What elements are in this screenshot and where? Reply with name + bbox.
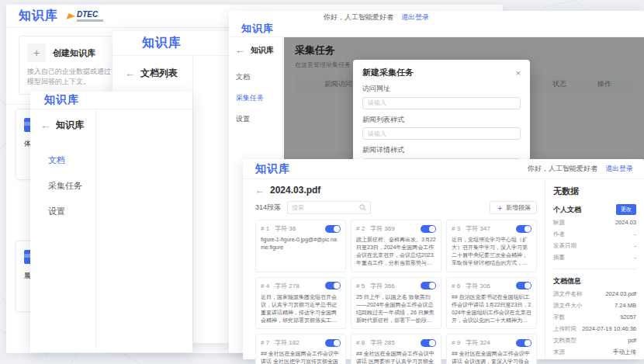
app-logo: 知识库: [19, 8, 58, 24]
info-key: 源文件大小: [553, 302, 583, 310]
info-value: 7.24 MB: [615, 302, 636, 310]
info-value: 92057: [620, 314, 636, 321]
info-key: 上传时间: [553, 325, 576, 333]
paragraph-card[interactable]: # 3字符 347近日，党组理论学习中心组（扩大）召开集中学习，深入学习第二十届…: [446, 220, 537, 272]
logout-link[interactable]: 退出登录: [401, 12, 429, 23]
nav-settings[interactable]: 设置: [30, 199, 192, 224]
paragraph-card[interactable]: # 8字符 285## 全社区在全国两会工作会议中讲话 区两委班子认真学习贯彻全…: [351, 334, 441, 364]
back-icon[interactable]: ←: [235, 44, 245, 56]
nav-settings[interactable]: 设置: [229, 109, 282, 130]
doc-type-label: 个人文档: [553, 205, 581, 215]
paragraph-index: # 8: [356, 339, 365, 346]
dtec-brand-logo: DTEC: [68, 11, 103, 22]
back-icon[interactable]: ←: [125, 68, 135, 79]
paragraph-card[interactable]: # 9字符 324## 全社区在全国两会工作会议中讲话 会议强调，要深入学习领会…: [446, 334, 537, 364]
paragraph-text: ## 全社区在全国两会工作会议中讲话 全社区把学习宣传贯彻全国两会精神作为当前和…: [261, 350, 341, 364]
app-logo: 知识库: [229, 22, 274, 36]
char-count: 字符 324: [466, 338, 490, 347]
paragraph-text: figure-1-figure-0.jpg@#@pic name:figure: [261, 236, 341, 251]
meta-value: 2024.03: [615, 219, 636, 227]
field-label-url: 访问网址: [362, 84, 521, 94]
info-value: 2024.03.pdf: [605, 290, 636, 298]
search-icon: [359, 204, 366, 211]
paragraph-index: # 1: [261, 225, 269, 232]
paragraph-text: ## 全社区在全国两会工作会议中讲话 区两委班子认真学习贯彻全国两会精神，结合实…: [356, 350, 436, 364]
meta-key: 摘要: [553, 254, 565, 262]
list-style-input[interactable]: [362, 127, 521, 140]
back-icon[interactable]: ←: [255, 185, 265, 196]
char-count: 字符 285: [370, 338, 395, 347]
nav-documents[interactable]: 文档: [229, 67, 282, 88]
meta-value: -: [635, 231, 637, 238]
doc-list-title: 文档列表: [140, 67, 178, 80]
sidebar-divider: [192, 56, 193, 343]
paragraph-index: # 3: [452, 225, 460, 232]
kb-back-title: 知识库: [56, 119, 84, 132]
paragraph-card[interactable]: # 4字符 278近日，国家能源集团党组召开会议，认真学习贯彻习近平总书记重要讲…: [255, 277, 346, 330]
app-logo: 知识库: [30, 93, 79, 107]
create-kb-title: 创建知识库: [53, 47, 95, 59]
nodata-label: 无数据: [553, 185, 636, 197]
logout-link[interactable]: 退出登录: [605, 164, 633, 174]
search-box[interactable]: [287, 201, 371, 214]
document-title: 2024.03.pdf: [270, 185, 320, 196]
info-value: 手动上传: [613, 348, 636, 356]
nav-collect-tasks[interactable]: 采集任务: [30, 173, 192, 199]
plus-icon: +: [27, 43, 46, 62]
add-paragraph-button[interactable]: ＋ 新增段落: [490, 201, 537, 214]
user-greeting: 你好，人工智能爱好者: [324, 12, 393, 23]
enable-toggle[interactable]: [421, 225, 436, 233]
char-count: 字符 306: [466, 282, 490, 290]
brand-subtext: [77, 19, 103, 22]
enable-toggle[interactable]: [516, 339, 531, 347]
char-count: 字符 278: [275, 282, 299, 290]
paragraph-card[interactable]: # 2字符 369踏上新征程、奋楫再出发。3月22日至23日，2024年全国两会…: [351, 220, 441, 272]
char-count: 字符 366: [370, 282, 395, 290]
enable-toggle[interactable]: [421, 282, 436, 289]
enable-toggle[interactable]: [325, 282, 341, 289]
info-value: pdf: [628, 337, 636, 345]
paragraph-card[interactable]: # 7字符 182## 全社区在全国两会工作会议中讲话 全社区把学习宣传贯彻全国…: [255, 334, 346, 364]
kb-back-title: 知识库: [251, 45, 274, 56]
paragraph-index: # 2: [356, 225, 365, 232]
enable-toggle[interactable]: [516, 225, 531, 233]
close-icon[interactable]: ×: [516, 68, 521, 78]
paragraph-text: 踏上新征程、奋楫再出发。3月22日至23日，2024年全国两会工作会议在北京召开…: [356, 236, 436, 268]
paragraph-index: # 6: [452, 283, 460, 289]
meta-value: -: [635, 254, 637, 262]
edit-metadata-button[interactable]: 更改: [616, 204, 636, 215]
paragraph-card[interactable]: # 1字符 38figure-1-figure-0.jpg@#@pic name…: [255, 220, 346, 272]
info-value: 2024-07-19 10:46:36: [582, 325, 636, 333]
nav-documents[interactable]: 文档: [30, 147, 192, 173]
paragraph-index: # 9: [452, 339, 460, 346]
info-key: 源文件名称: [553, 290, 583, 298]
url-input[interactable]: [362, 97, 521, 109]
paragraph-text: 近日，国家能源集团党组召开会议，认真学习贯彻习近平总书记重要讲话精神，传达学习全…: [261, 293, 341, 325]
paragraph-grid: # 1字符 38figure-1-figure-0.jpg@#@pic name…: [255, 220, 537, 364]
enable-toggle[interactable]: [421, 339, 436, 347]
enable-toggle[interactable]: [325, 339, 341, 347]
enable-toggle[interactable]: [325, 225, 341, 233]
meta-key: 发表日期: [553, 242, 576, 250]
meta-key: 标题: [553, 219, 565, 227]
plus-icon: ＋: [496, 203, 504, 213]
sidebar-divider: [95, 109, 96, 352]
nav-collect-tasks[interactable]: 采集任务: [229, 88, 282, 109]
char-count: 字符 182: [275, 338, 299, 347]
back-icon[interactable]: ←: [40, 120, 50, 131]
paragraph-text: ## 自治区党委书记在全国组织工作会议中讲话 1月22日至23日，2024年全国…: [452, 293, 531, 325]
modal-title: 新建采集任务: [362, 67, 414, 78]
paragraph-card[interactable]: # 6字符 306## 自治区党委书记在全国组织工作会议中讲话 1月22日至23…: [446, 277, 537, 330]
info-key: 来源: [553, 348, 565, 356]
window-doc-detail: 知识库 你好，人工智能爱好者 退出登录 ← 2024.03.pdf 314段落 …: [243, 159, 644, 359]
field-label-detail-style: 新闻详情样式: [362, 145, 521, 155]
search-input[interactable]: [292, 204, 359, 211]
paragraph-index: # 7: [261, 339, 269, 346]
paragraph-text: ## 全社区在全国两会工作会议中讲话 会议强调，要深入学习领会习近平总书记重要讲…: [452, 350, 531, 364]
brand-text: DTEC: [77, 11, 103, 19]
add-paragraph-label: 新增段落: [506, 203, 531, 212]
char-count: 字符 347: [466, 224, 490, 233]
paragraph-card[interactable]: # 5字符 36625 日上午，以国之名 致敬英烈——2024年全国两会工作会议…: [351, 277, 441, 330]
info-key: 文档类型: [553, 337, 576, 345]
enable-toggle[interactable]: [516, 282, 531, 289]
